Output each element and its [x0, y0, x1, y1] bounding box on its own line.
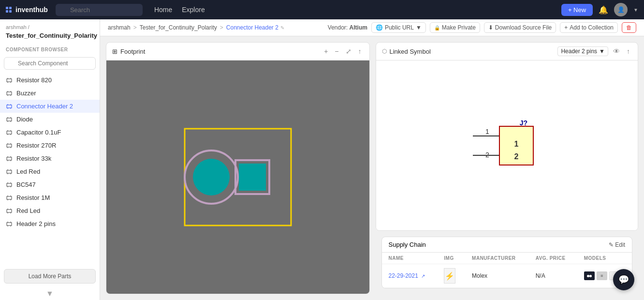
linked-symbol-title: Linked Symbol	[390, 48, 431, 55]
svg-point-62	[193, 159, 230, 195]
supply-chain-header: Supply Chain ✎ Edit	[382, 237, 632, 253]
sidebar-item-label: Capacitor 0.1uF	[16, 129, 61, 136]
footprint-zoom-in[interactable]: +	[322, 46, 330, 56]
public-url-button[interactable]: 🌐 Public URL ▼	[371, 22, 426, 33]
sidebar-item-resistor-33k[interactable]: Resistor 33k	[0, 152, 100, 165]
sidebar-item-bc547[interactable]: BC547	[0, 178, 100, 191]
supply-chain-title: Supply Chain	[389, 241, 426, 248]
comp-icon	[6, 181, 13, 188]
model-dot-2	[589, 275, 592, 277]
footprint-upload[interactable]: ↑	[356, 46, 364, 56]
svg-rect-15	[7, 118, 12, 121]
sidebar-item-capacitor-0.1uf[interactable]: Capacitor 0.1uF	[0, 126, 100, 139]
symbol-upload-btn[interactable]: ↑	[625, 46, 632, 56]
make-private-label: Make Private	[442, 24, 476, 31]
dropdown-chevron: ▼	[599, 48, 605, 55]
svg-rect-45	[7, 196, 12, 199]
dropdown-label: Header 2 pins	[561, 48, 597, 55]
add-collection-label: Add to Collection	[570, 24, 614, 31]
sidebar-item-connector-header-2[interactable]: Connector Header 2	[0, 100, 100, 113]
sidebar-item-red-led[interactable]: Red Led	[0, 204, 100, 217]
logo: inventhub	[6, 6, 48, 14]
sidebar-search-input[interactable]	[4, 57, 96, 70]
supply-chain-edit-button[interactable]: ✎ Edit	[609, 241, 625, 248]
part-image-icon: ⚡	[445, 271, 454, 281]
sidebar-item-label: Resistor 820	[16, 76, 52, 84]
symbol-svg: 1 2 1 2 J?	[468, 112, 545, 180]
breadcrumb-actions: Vendor: Altium 🌐 Public URL ▼ 🔒 Make Pri…	[328, 22, 636, 33]
footprint-zoom-out[interactable]: −	[333, 46, 340, 56]
search-wrapper: 🔍	[56, 4, 143, 16]
load-more-button[interactable]: Load More Parts	[4, 269, 96, 284]
sidebar-section-label: COMPONENT BROWSER	[0, 44, 100, 55]
svg-text:2: 2	[514, 152, 519, 161]
footprint-fit[interactable]: ⤢	[344, 46, 353, 56]
main-layout: arshmah / Tester_for_Continuity_Polarity…	[0, 19, 644, 300]
footprint-icon: ⊞	[112, 48, 117, 55]
sidebar-item-label: Led Red	[16, 168, 40, 175]
breadcrumb-project[interactable]: Tester_for_Continuity_Polarity	[140, 24, 217, 31]
sidebar-item-label: Diode	[16, 116, 33, 123]
comp-icon	[6, 221, 13, 227]
col-manufacturer: MANUFACTURER	[465, 253, 529, 264]
comp-icon	[6, 77, 13, 84]
manufacturer-cell: Molex	[465, 264, 529, 288]
nav-right: + New 🔔 👤 ▼	[561, 3, 638, 16]
part-name-text: 22-29-2021	[389, 272, 418, 279]
footprint-canvas[interactable]	[106, 60, 369, 294]
symbol-eye-btn[interactable]: 👁	[611, 46, 622, 56]
top-navigation: inventhub 🔍 Home Explore + New 🔔 👤 ▼	[0, 0, 644, 19]
make-private-button[interactable]: 🔒 Make Private	[430, 22, 480, 33]
linked-symbol-icon: ⬡	[382, 48, 387, 55]
svg-rect-25	[7, 144, 12, 147]
download-source-button[interactable]: ⬇ Download Source File	[484, 22, 556, 33]
bell-icon[interactable]: 🔔	[599, 5, 608, 15]
sidebar-item-resistor-1m[interactable]: Resistor 1M	[0, 191, 100, 204]
sidebar-item-header-2-pins[interactable]: Header 2 pins	[0, 217, 100, 230]
sidebar-item-resistor-270r[interactable]: Resistor 270R	[0, 139, 100, 152]
comp-icon	[6, 142, 13, 149]
supply-chain-section: Supply Chain ✎ Edit NAME IMG MANUFACTURE…	[381, 237, 633, 288]
sidebar-item-label: Header 2 pins	[16, 220, 56, 227]
breadcrumb-current-text: Connector Header 2	[226, 24, 278, 31]
supply-chain-table: NAME IMG MANUFACTURER AVG. PRICE MODELS	[382, 253, 632, 288]
footprint-panel-actions: + − ⤢ ↑	[322, 46, 363, 56]
sidebar-item-buzzer[interactable]: Buzzer	[0, 87, 100, 100]
svg-text:2: 2	[485, 151, 489, 159]
breadcrumb-user[interactable]: arshmah	[108, 24, 131, 31]
breadcrumb-current: Connector Header 2 ✎	[226, 24, 284, 31]
comp-icon	[6, 103, 13, 110]
add-to-collection-button[interactable]: + Add to Collection	[560, 22, 618, 33]
new-button[interactable]: + New	[561, 4, 593, 16]
sidebar-project-name: Tester_for_Continuity_Polarity	[0, 32, 100, 44]
footprint-panel: ⊞ Footprint + − ⤢ ↑	[106, 42, 370, 294]
breadcrumb-edit-icon[interactable]: ✎	[280, 25, 284, 30]
svg-text:1: 1	[514, 140, 519, 148]
sidebar-component-list: Resistor 820 Buzzer Connector Header 2 D…	[0, 74, 100, 265]
chat-bubble[interactable]: 💬	[613, 269, 634, 290]
sidebar-item-diode[interactable]: Diode	[0, 113, 100, 126]
svg-rect-10	[7, 105, 12, 108]
model-icon-3d[interactable]	[584, 271, 595, 280]
delete-button[interactable]: 🗑	[622, 22, 636, 33]
symbol-diagram: 1 2 1 2 J?	[468, 112, 545, 180]
sidebar-item-resistor-820[interactable]: Resistor 820	[0, 74, 100, 87]
header-2pins-dropdown[interactable]: Header 2 pins ▼	[557, 46, 608, 56]
comp-icon	[6, 208, 13, 214]
footprint-panel-header: ⊞ Footprint + − ⤢ ↑	[106, 43, 369, 60]
sidebar-item-label: BC547	[16, 181, 36, 188]
footprint-svg	[127, 105, 349, 250]
model-icon-schematic[interactable]: ≡	[597, 271, 607, 280]
nav-explore[interactable]: Explore	[182, 6, 205, 14]
external-link-icon: ↗	[421, 273, 425, 279]
svg-rect-64	[239, 164, 266, 191]
sidebar-breadcrumb: arshmah /	[0, 19, 100, 32]
nav-home[interactable]: Home	[154, 6, 172, 14]
panels-row: ⊞ Footprint + − ⤢ ↑	[100, 36, 644, 300]
search-input[interactable]	[56, 4, 143, 16]
sidebar-item-led-red[interactable]: Led Red	[0, 165, 100, 178]
linked-symbol-panel: ⬡ Linked Symbol Header 2 pins ▼ 👁 ↑	[376, 42, 639, 231]
avatar-chevron[interactable]: ▼	[633, 7, 638, 13]
part-name[interactable]: 22-29-2021 ↗	[389, 272, 431, 279]
sidebar-scroll-down[interactable]: ▼	[0, 287, 100, 300]
